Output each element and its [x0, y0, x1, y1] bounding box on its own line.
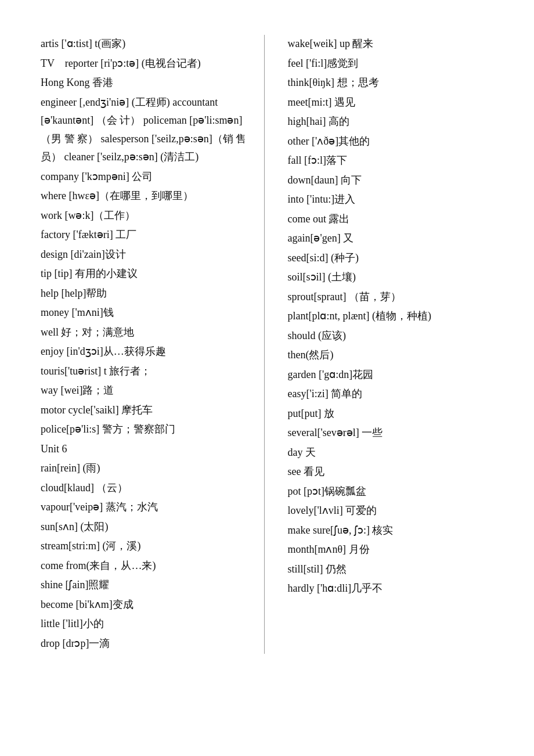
- list-item: where [hwεə]（在哪里，到哪里）: [41, 187, 247, 206]
- list-item: still[stil] 仍然: [288, 560, 494, 579]
- list-item: meet[mi:t] 遇见: [288, 93, 494, 112]
- list-item: work [wə:k]（工作）: [41, 207, 247, 225]
- list-item: touris['tuərist] t 旅行者；: [41, 362, 247, 381]
- list-item: sun[sʌn] (太阳): [41, 518, 247, 537]
- list-item: easy['i:zi] 简单的: [288, 385, 494, 404]
- list-item: tip [tip] 有用的小建议: [41, 265, 247, 283]
- list-item: make sure[ʃuə, ʃɔ:] 核实: [288, 521, 494, 540]
- list-item: hardly ['hɑ:dli]几乎不: [288, 579, 494, 598]
- list-item: cloud[klaud] （云）: [41, 479, 247, 498]
- list-item: other ['ʌðə]其他的: [288, 132, 494, 151]
- list-item: down[daun] 向下: [288, 171, 494, 190]
- list-item: Unit 6: [41, 440, 247, 459]
- list-item: drop [drɔp]一滴: [41, 635, 247, 653]
- list-item: vapour['veipə] 蒸汽；水汽: [41, 498, 247, 517]
- main-content: artis ['ɑ:tist] t(画家)TV reporter [ri'pɔ:…: [41, 35, 493, 654]
- list-item: engineer [,endʒi'niə] (工程师) accountant […: [41, 93, 247, 167]
- right-column: wake[weik] up 醒来feel ['fi:l]感觉到think[θiŋ…: [265, 35, 494, 654]
- list-item: shine [ʃain]照耀: [41, 576, 247, 595]
- list-item: motor cycle['saikl] 摩托车: [41, 401, 247, 420]
- list-item: artis ['ɑ:tist] t(画家): [41, 35, 247, 53]
- list-item: into ['intu:]进入: [288, 190, 494, 209]
- list-item: then(然后): [288, 346, 494, 365]
- list-item: think[θiŋk] 想；思考: [288, 74, 494, 92]
- list-item: money ['mʌni]钱: [41, 304, 247, 322]
- list-item: factory ['fæktəri] 工厂: [41, 226, 247, 244]
- list-item: enjoy [in'dʒɔi]从…获得乐趣: [41, 343, 247, 361]
- list-item: put[put] 放: [288, 405, 494, 423]
- list-item: seed[si:d] (种子): [288, 249, 494, 268]
- list-item: well 好；对；满意地: [41, 323, 247, 342]
- list-item: day 天: [288, 444, 494, 462]
- list-item: become [bi'kʌm]变成: [41, 596, 247, 614]
- list-item: help [help]帮助: [41, 285, 247, 303]
- list-item: little ['litl]小的: [41, 615, 247, 633]
- list-item: garden ['gɑ:dn]花园: [288, 366, 494, 384]
- list-item: pot [pɔt]锅碗瓢盆: [288, 483, 494, 501]
- list-item: rain[rein] (雨): [41, 459, 247, 478]
- list-item: high[hai] 高的: [288, 113, 494, 131]
- list-item: several['sevərəl] 一些: [288, 424, 494, 442]
- list-item: come out 露出: [288, 210, 494, 229]
- list-item: stream[stri:m] (河，溪): [41, 537, 247, 556]
- list-item: fall [fɔ:l]落下: [288, 152, 494, 170]
- list-item: feel ['fi:l]感觉到: [288, 55, 494, 73]
- list-item: Hong Kong 香港: [41, 74, 247, 92]
- left-column: artis ['ɑ:tist] t(画家)TV reporter [ri'pɔ:…: [41, 35, 265, 654]
- list-item: police[pə'li:s] 警方；警察部门: [41, 420, 247, 439]
- list-item: plant[plɑ:nt, plænt] (植物，种植): [288, 307, 494, 326]
- list-item: come from(来自，从…来): [41, 557, 247, 575]
- list-item: TV reporter [ri'pɔ:tə] (电视台记者): [41, 55, 247, 73]
- list-item: company ['kɔmpəni] 公司: [41, 168, 247, 186]
- list-item: again[ə'gen] 又: [288, 229, 494, 248]
- list-item: should (应该): [288, 327, 494, 345]
- list-item: month[mʌnθ] 月份: [288, 541, 494, 559]
- list-item: way [wei]路；道: [41, 381, 247, 400]
- list-item: soil[sɔil] (土壤): [288, 268, 494, 287]
- list-item: lovely['lʌvli] 可爱的: [288, 502, 494, 520]
- list-item: sprout[spraut] （苗，芽）: [288, 288, 494, 307]
- list-item: see 看见: [288, 463, 494, 481]
- list-item: wake[weik] up 醒来: [288, 35, 494, 53]
- list-item: design [di'zain]设计: [41, 246, 247, 264]
